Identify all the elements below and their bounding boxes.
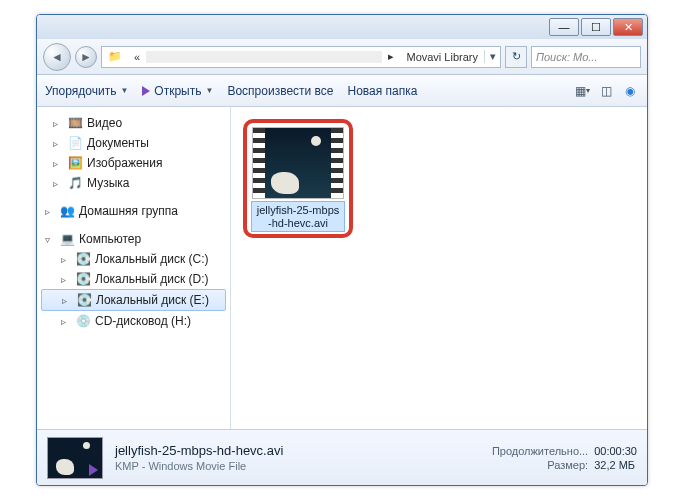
- file-item[interactable]: jellyfish-25-mbps -hd-hevc.avi: [243, 119, 353, 238]
- file-pane[interactable]: jellyfish-25-mbps -hd-hevc.avi: [231, 107, 647, 429]
- help-button[interactable]: ◉: [621, 82, 639, 100]
- breadcrumb-chevron[interactable]: «: [128, 51, 146, 63]
- details-thumbnail: [47, 437, 103, 479]
- preview-pane-button[interactable]: ◫: [597, 82, 615, 100]
- address-bar[interactable]: 📁 « ▸ Movavi Library ▾: [101, 46, 501, 68]
- chevron-down-icon: ▼: [205, 86, 213, 95]
- tree-label: Домашняя группа: [79, 204, 178, 218]
- tree-item-music[interactable]: ▹🎵Музыка: [41, 173, 226, 193]
- tree-label: Локальный диск (E:): [96, 293, 209, 307]
- file-label-line: -hd-hevc.avi: [268, 217, 328, 229]
- minimize-button[interactable]: —: [549, 18, 579, 36]
- chevron-down-icon: ▼: [120, 86, 128, 95]
- explorer-window: — ☐ ✕ ◄ ► 📁 « ▸ Movavi Library ▾ ↻ Поиск…: [36, 14, 648, 486]
- address-dropdown[interactable]: ▾: [484, 50, 500, 63]
- tree-label: Видео: [87, 116, 122, 130]
- search-placeholder: Поиск: Mo...: [536, 51, 597, 63]
- view-menu[interactable]: ▦▾: [573, 82, 591, 100]
- tree-item-disk-d[interactable]: ▹💽Локальный диск (D:): [41, 269, 226, 289]
- playall-button[interactable]: Воспроизвести все: [227, 84, 333, 98]
- tree-item-computer[interactable]: ▿💻Компьютер: [41, 229, 226, 249]
- open-label: Открыть: [154, 84, 201, 98]
- nav-bar: ◄ ► 📁 « ▸ Movavi Library ▾ ↻ Поиск: Mo..…: [37, 39, 647, 75]
- file-label: jellyfish-25-mbps -hd-hevc.avi: [251, 201, 345, 232]
- tree-item-homegroup[interactable]: ▹👥Домашняя группа: [41, 201, 226, 221]
- back-button[interactable]: ◄: [43, 43, 71, 71]
- play-icon: [89, 464, 98, 476]
- tree-label: Музыка: [87, 176, 129, 190]
- tree-item-disk-e[interactable]: ▹💽Локальный диск (E:): [41, 289, 226, 311]
- titlebar: — ☐ ✕: [37, 15, 647, 39]
- search-input[interactable]: Поиск: Mo...: [531, 46, 641, 68]
- breadcrumb-current[interactable]: Movavi Library: [400, 51, 484, 63]
- newfolder-button[interactable]: Новая папка: [348, 84, 418, 98]
- tree-item-disk-c[interactable]: ▹💽Локальный диск (C:): [41, 249, 226, 269]
- tree-item-video[interactable]: ▹🎞️Видео: [41, 113, 226, 133]
- open-menu[interactable]: Открыть ▼: [142, 84, 213, 98]
- tree-item-documents[interactable]: ▹📄Документы: [41, 133, 226, 153]
- file-label-line: jellyfish-25-mbps: [257, 204, 340, 216]
- playall-label: Воспроизвести все: [227, 84, 333, 98]
- organize-label: Упорядочить: [45, 84, 116, 98]
- highlight-ring: jellyfish-25-mbps -hd-hevc.avi: [243, 119, 353, 238]
- size-label: Размер:: [492, 459, 588, 471]
- breadcrumb-chevron[interactable]: ▸: [382, 50, 400, 63]
- toolbar: Упорядочить ▼ Открыть ▼ Воспроизвести вс…: [37, 75, 647, 107]
- duration-label: Продолжительно...: [492, 445, 588, 457]
- details-pane: jellyfish-25-mbps-hd-hevc.avi KMP - Wind…: [37, 429, 647, 485]
- organize-menu[interactable]: Упорядочить ▼: [45, 84, 128, 98]
- refresh-button[interactable]: ↻: [505, 46, 527, 68]
- tree-label: Документы: [87, 136, 149, 150]
- newfolder-label: Новая папка: [348, 84, 418, 98]
- file-thumbnail: [252, 127, 344, 199]
- details-filename: jellyfish-25-mbps-hd-hevc.avi: [115, 443, 480, 458]
- maximize-button[interactable]: ☐: [581, 18, 611, 36]
- nav-tree: ▹🎞️Видео ▹📄Документы ▹🖼️Изображения ▹🎵Му…: [37, 107, 231, 429]
- close-button[interactable]: ✕: [613, 18, 643, 36]
- play-icon: [142, 86, 150, 96]
- tree-label: Локальный диск (C:): [95, 252, 209, 266]
- tree-label: Компьютер: [79, 232, 141, 246]
- tree-item-cd-h[interactable]: ▹💿CD-дисковод (H:): [41, 311, 226, 331]
- tree-label: CD-дисковод (H:): [95, 314, 191, 328]
- forward-button[interactable]: ►: [75, 46, 97, 68]
- duration-value: 00:00:30: [594, 445, 637, 457]
- body: ▹🎞️Видео ▹📄Документы ▹🖼️Изображения ▹🎵Му…: [37, 107, 647, 429]
- details-filetype: KMP - Windows Movie File: [115, 460, 480, 472]
- breadcrumb-hidden[interactable]: [146, 51, 382, 63]
- size-value: 32,2 МБ: [594, 459, 637, 471]
- tree-label: Локальный диск (D:): [95, 272, 209, 286]
- folder-icon: 📁: [102, 50, 128, 63]
- tree-item-pictures[interactable]: ▹🖼️Изображения: [41, 153, 226, 173]
- tree-label: Изображения: [87, 156, 162, 170]
